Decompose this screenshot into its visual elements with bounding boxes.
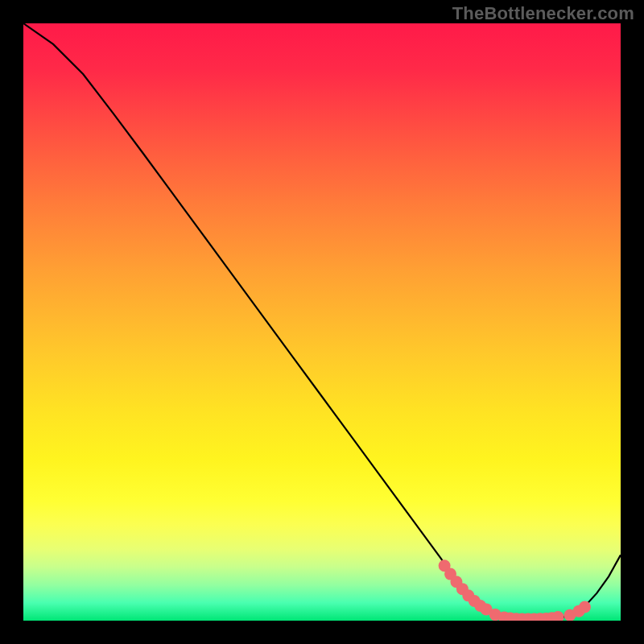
curve-marker [579, 601, 591, 613]
curve-line [23, 23, 621, 619]
curve-markers [439, 559, 591, 621]
chart-plot-area [23, 23, 621, 621]
chart-svg [23, 23, 621, 621]
watermark-text: TheBottlenecker.com [452, 3, 634, 24]
chart-frame: TheBottlenecker.com [0, 0, 644, 644]
